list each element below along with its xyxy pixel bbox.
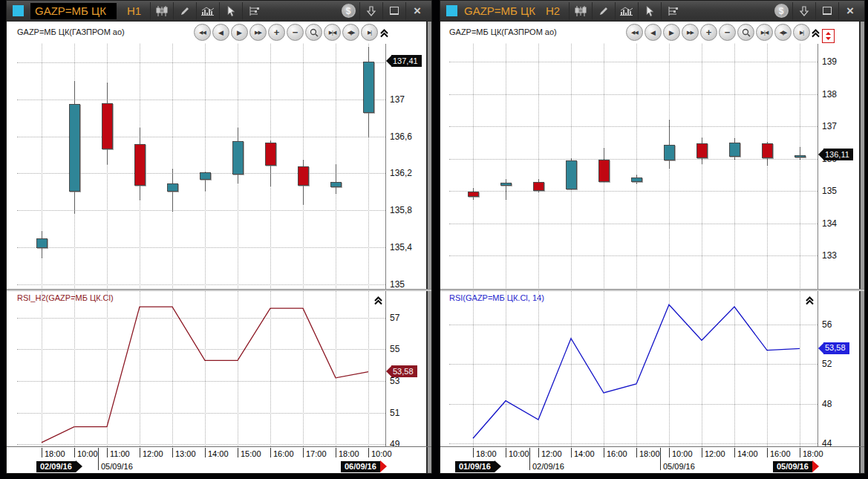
instrument-icon (446, 5, 457, 16)
grid-line-vertical (303, 290, 304, 446)
draw-icon[interactable] (592, 2, 615, 20)
rsi-line (440, 22, 818, 473)
grid-line-vertical (107, 44, 108, 288)
chart-area[interactable]: GAZP=МБ ЦК(ГАЗПРОМ ао) ◀◀◀▶▶▶+−▶|◀◀|▶▶| … (7, 22, 431, 473)
download-icon[interactable] (792, 2, 815, 20)
time-tick (669, 448, 670, 457)
expand-scale-button[interactable]: ◀|▶ (342, 24, 359, 41)
cursor-icon[interactable] (219, 2, 242, 20)
candle-body (265, 143, 276, 166)
grid-line-horizontal (17, 413, 385, 414)
collapse-rsi-pane-icon[interactable] (373, 295, 384, 304)
titlebar[interactable]: GAZP=МБ ЦК H1 $ × (7, 1, 431, 22)
grid-line-vertical (800, 44, 800, 288)
chart-type-icon[interactable] (150, 2, 173, 20)
rsi-value-badge: 53,58 (818, 342, 849, 353)
grid-line-horizontal (17, 444, 385, 445)
price-axis-line (385, 44, 386, 446)
grid-line-horizontal (17, 210, 385, 211)
close-icon[interactable]: × (838, 2, 861, 20)
zoom-out-button[interactable]: − (287, 24, 304, 41)
download-icon[interactable] (359, 2, 382, 20)
close-icon[interactable]: × (405, 2, 428, 20)
time-tick (604, 448, 604, 457)
time-label: 14:00 (737, 449, 758, 458)
indicators-icon[interactable] (661, 2, 684, 20)
step-back-button[interactable]: ◀ (645, 24, 662, 41)
price-axis-label: 137 (822, 121, 837, 131)
time-label: 12:00 (541, 449, 562, 458)
zoom-select-button[interactable] (737, 24, 754, 41)
cursor-icon[interactable] (638, 2, 661, 20)
zoom-in-button[interactable]: + (700, 24, 717, 41)
time-tick (140, 448, 140, 457)
collapse-rsi-pane-icon[interactable] (805, 295, 815, 304)
go-to-end-button[interactable]: ▶| (361, 24, 378, 41)
collapse-price-pane-icon[interactable] (379, 27, 390, 37)
step-forward-button[interactable]: ▶ (231, 24, 248, 41)
go-to-end-button[interactable]: ▶| (793, 24, 810, 41)
step-back-button[interactable]: ◀ (212, 24, 229, 41)
date-end-badge: 05/09/16 (773, 460, 819, 472)
money-icon[interactable]: $ (770, 2, 792, 20)
grid-line-horizontal (449, 404, 818, 405)
volume-profile-icon[interactable] (196, 2, 219, 20)
compress-scale-button[interactable]: ▶|◀ (756, 24, 773, 41)
time-label: 11:00 (110, 449, 130, 458)
grid-line-vertical (636, 44, 637, 288)
date-start-badge: 01/09/16 (455, 460, 501, 472)
rewind-button[interactable]: ◀◀ (194, 24, 211, 41)
grid-line-vertical (205, 290, 206, 446)
candle-body (631, 177, 642, 183)
zoom-out-button[interactable]: − (719, 24, 736, 41)
rewind-button[interactable]: ◀◀ (626, 24, 643, 41)
chart-window-h2: GAZP=МБ ЦК H2 $ × GAZP=МБ ЦК(ГАЗПРОМ ао)… (440, 0, 865, 474)
day-boundary-tick (529, 448, 530, 470)
date-end-badge: 06/09/16 (341, 460, 387, 472)
money-icon[interactable]: $ (337, 2, 359, 20)
autoscale-icon[interactable] (822, 29, 835, 43)
grid-line-horizontal (17, 349, 385, 350)
time-tick (636, 448, 637, 457)
grid-line-vertical (767, 44, 768, 288)
compress-scale-button[interactable]: ▶|◀ (324, 24, 341, 41)
candle-body (69, 104, 80, 192)
grid-line-horizontal (449, 255, 818, 256)
step-forward-button[interactable]: ▶ (663, 24, 680, 41)
fast-forward-button[interactable]: ▶▶ (682, 24, 699, 41)
candle-body (102, 103, 113, 149)
draw-icon[interactable] (173, 2, 196, 20)
candle-wick (336, 164, 336, 194)
price-axis-label: 137 (390, 94, 405, 105)
minimize-icon[interactable] (382, 2, 405, 20)
time-label: 10:00 (77, 449, 98, 458)
grid-line-vertical (800, 290, 800, 446)
candle-body (200, 172, 211, 180)
titlebar[interactable]: GAZP=МБ ЦК H2 $ × (440, 1, 864, 22)
zoom-select-button[interactable] (305, 24, 322, 41)
fast-forward-button[interactable]: ▶▶ (249, 24, 267, 41)
zoom-in-button[interactable]: + (268, 24, 285, 41)
chart-area[interactable]: GAZP=МБ ЦК(ГАЗПРОМ ао) ◀◀◀▶▶▶+−▶|◀◀|▶▶| … (440, 22, 864, 473)
day-boundary-tick (98, 448, 99, 470)
grid-line-horizontal (17, 381, 385, 382)
price-axis-label: 135 (390, 279, 405, 290)
candle-body (566, 160, 577, 189)
time-tick (238, 448, 238, 457)
rsi-axis-label: 55 (390, 344, 399, 354)
indicators-icon[interactable] (242, 2, 265, 20)
grid-line-vertical (368, 290, 369, 446)
grid-line-vertical (172, 290, 173, 446)
grid-line-vertical (205, 44, 206, 288)
time-tick (473, 448, 474, 457)
time-tick (74, 448, 75, 457)
minimize-icon[interactable] (815, 2, 838, 20)
time-label: 10:00 (509, 449, 529, 458)
volume-profile-icon[interactable] (615, 2, 638, 20)
grid-line-horizontal (449, 191, 818, 192)
collapse-price-pane-icon[interactable] (811, 27, 821, 37)
chart-type-icon[interactable] (569, 2, 592, 20)
time-tick (506, 448, 506, 457)
expand-scale-button[interactable]: ◀|▶ (774, 24, 792, 41)
price-axis-label: 133 (822, 250, 837, 261)
